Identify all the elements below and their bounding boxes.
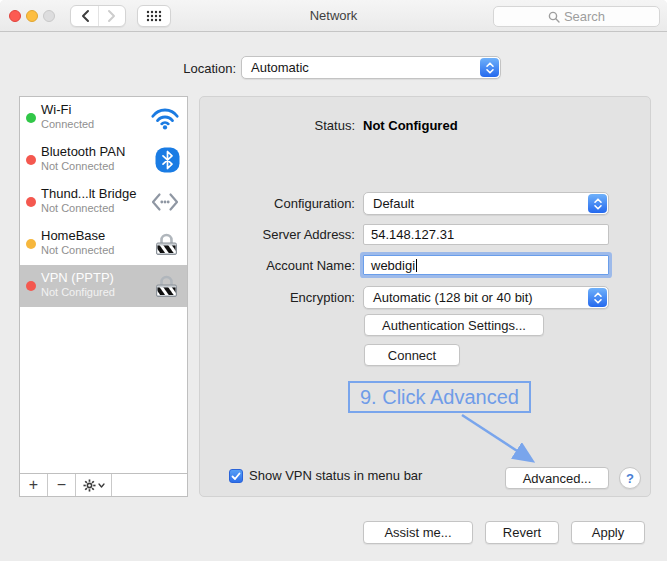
remove-interface-button[interactable]: − xyxy=(48,474,76,496)
interface-name: Wi-Fi xyxy=(41,102,94,117)
titlebar: Network Search xyxy=(0,0,667,32)
server-address-value: 54.148.127.31 xyxy=(371,227,454,242)
account-name-value: webdigi xyxy=(371,258,415,273)
sidebar-item-wifi[interactable]: Wi-Fi Connected xyxy=(20,97,187,139)
authentication-settings-button[interactable]: Authentication Settings... xyxy=(364,314,544,336)
interface-name: VPN (PPTP) xyxy=(41,270,115,285)
search-icon xyxy=(548,11,560,23)
configuration-popup-value: Default xyxy=(364,193,587,214)
status-value: Not Configured xyxy=(363,118,458,133)
account-name-label: Account Name: xyxy=(200,258,355,273)
interface-status: Not Connected xyxy=(41,243,114,258)
sidebar-footer: + − xyxy=(20,473,187,496)
status-dot xyxy=(26,113,36,123)
thunderbolt-bridge-icon xyxy=(150,191,180,213)
account-name-field[interactable]: webdigi xyxy=(363,255,609,275)
sidebar-item-homebase[interactable]: HomeBase Not Connected xyxy=(20,223,187,265)
configuration-label: Configuration: xyxy=(200,196,355,211)
popup-stepper-icon xyxy=(480,58,499,77)
popup-stepper-icon xyxy=(588,288,607,307)
wifi-icon xyxy=(150,106,180,130)
location-popup-value: Automatic xyxy=(242,57,479,78)
status-dot xyxy=(26,281,36,291)
vpn-lock-icon xyxy=(153,231,180,258)
status-dot xyxy=(26,197,36,207)
server-address-label: Server Address: xyxy=(200,227,355,242)
search-placeholder: Search xyxy=(564,9,605,24)
interface-name: HomeBase xyxy=(41,228,114,243)
configuration-popup[interactable]: Default xyxy=(363,192,609,215)
status-label: Status: xyxy=(200,118,355,133)
popup-stepper-icon xyxy=(588,194,607,213)
annotation-click-advanced: 9. Click Advanced xyxy=(348,381,531,413)
location-popup[interactable]: Automatic xyxy=(241,56,501,79)
server-address-field[interactable]: 54.148.127.31 xyxy=(363,224,609,245)
action-menu-button[interactable] xyxy=(76,474,112,496)
checkmark-icon xyxy=(231,472,241,481)
gear-icon xyxy=(83,479,96,492)
connect-button[interactable]: Connect xyxy=(364,344,460,366)
bluetooth-icon xyxy=(155,147,180,173)
location-label: Location: xyxy=(120,61,236,76)
add-interface-button[interactable]: + xyxy=(20,474,48,496)
search-input[interactable]: Search xyxy=(493,6,660,27)
help-button[interactable]: ? xyxy=(619,467,641,489)
assist-me-button[interactable]: Assist me... xyxy=(363,521,473,544)
apply-button[interactable]: Apply xyxy=(571,521,645,544)
show-vpn-status-label: Show VPN status in menu bar xyxy=(249,468,422,483)
status-dot xyxy=(26,239,36,249)
sidebar-item-vpn-pptp[interactable]: VPN (PPTP) Not Configured xyxy=(20,265,187,307)
interface-status: Connected xyxy=(41,117,94,132)
advanced-button[interactable]: Advanced... xyxy=(505,467,609,489)
interface-name: Bluetooth PAN xyxy=(41,144,125,159)
encryption-label: Encryption: xyxy=(200,290,355,305)
sidebar-item-bluetooth-pan[interactable]: Bluetooth PAN Not Connected xyxy=(20,139,187,181)
revert-button[interactable]: Revert xyxy=(485,521,559,544)
network-preferences-window: Network Search Location: Automatic Wi-Fi… xyxy=(0,0,667,561)
interface-status: Not Connected xyxy=(41,201,136,216)
encryption-popup[interactable]: Automatic (128 bit or 40 bit) xyxy=(363,286,609,309)
chevron-down-icon xyxy=(98,483,105,488)
encryption-popup-value: Automatic (128 bit or 40 bit) xyxy=(364,287,587,308)
status-dot xyxy=(26,155,36,165)
sidebar-item-thunderbolt-bridge[interactable]: Thund...lt Bridge Not Connected xyxy=(20,181,187,223)
interface-status: Not Configured xyxy=(41,285,115,300)
show-vpn-status-checkbox[interactable] xyxy=(229,469,243,483)
vpn-settings-panel: Status: Not Configured Configuration: De… xyxy=(199,96,651,497)
text-caret xyxy=(416,259,417,272)
interfaces-sidebar: Wi-Fi Connected Bluetooth PAN Not Connec… xyxy=(19,96,188,497)
vpn-lock-icon xyxy=(153,273,180,300)
interface-status: Not Connected xyxy=(41,159,125,174)
interface-name: Thund...lt Bridge xyxy=(41,186,136,201)
